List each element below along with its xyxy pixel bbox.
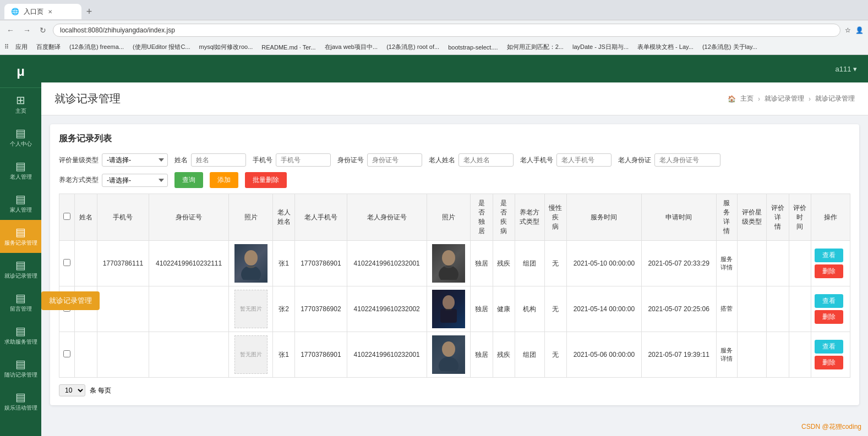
browser-tab[interactable]: 🌐 入口页 ✕: [4, 4, 81, 19]
sidebar-item-family[interactable]: ▤ 家人管理: [0, 187, 41, 220]
breadcrumb-current: 就诊记录管理: [815, 94, 855, 103]
bookmark-mysql[interactable]: mysql如何修改roo...: [197, 42, 255, 52]
filter-idcard-input[interactable]: [367, 153, 422, 167]
bookmark-baidu[interactable]: 百度翻译: [34, 42, 63, 52]
sidebar-item-activities[interactable]: ▤ 娱乐活动管理: [0, 385, 41, 418]
row2-name: [75, 286, 97, 332]
row1-phone: 17703786111: [97, 241, 149, 286]
sidebar-label-help: 求助服务管理: [4, 339, 37, 345]
address-input[interactable]: [53, 24, 840, 37]
filter-name-label: 姓名: [174, 156, 188, 165]
sidebar-item-help[interactable]: ▤ 求助服务管理: [0, 319, 41, 352]
col-checkbox: [59, 194, 75, 241]
row2-rating-detail: [767, 286, 789, 332]
tab-close-button[interactable]: ✕: [48, 9, 52, 15]
page-size-select[interactable]: 10 20 50: [59, 384, 85, 396]
row2-elder-idcard: 410224199610232002: [347, 286, 427, 332]
pagination-row: 10 20 50 条 每页: [59, 384, 850, 396]
row3-phone: [97, 332, 149, 378]
bookmark-layui[interactable]: (12条消息) 关于lay...: [700, 42, 760, 52]
row3-elder-photo: [427, 332, 471, 378]
bookmark-bootstrap[interactable]: bootstrap-select....: [446, 43, 500, 52]
sidebar-item-followup[interactable]: ▤ 随访记录管理: [0, 352, 41, 385]
query-button[interactable]: 查询: [174, 172, 203, 188]
bookmark-star-icon[interactable]: ☆: [845, 26, 851, 34]
bookmark-form[interactable]: 表单模块文档 - Lay...: [635, 42, 696, 52]
filter-elder-id-input[interactable]: [654, 153, 720, 167]
apps-icon[interactable]: ⠿: [4, 43, 9, 51]
row2-delete-button[interactable]: 删除: [815, 310, 843, 324]
svg-point-4: [443, 295, 455, 310]
breadcrumb-home[interactable]: 主页: [740, 94, 754, 103]
breadcrumb-visit[interactable]: 就诊记录管理: [765, 94, 804, 103]
add-button[interactable]: 添加: [210, 172, 238, 188]
sidebar-label-home: 主页: [15, 108, 26, 114]
filter-elder-phone: 老人手机号: [520, 153, 612, 167]
bookmark-freema[interactable]: (12条消息) freema...: [67, 42, 126, 52]
bookmark-root[interactable]: (12条消息) root of...: [384, 42, 441, 52]
sidebar: μ ⊞ 主页 ▤ 个人中心 ▤ 老人管理 ▤ 家人管理 ▤ 服务记录管理 ▤ 就…: [0, 55, 41, 436]
sidebar-item-messages[interactable]: ▤ 留言管理: [0, 286, 41, 319]
row1-view-button[interactable]: 查看: [815, 249, 843, 262]
service-records-icon: ▤: [15, 227, 26, 238]
row1-photo: [229, 241, 273, 286]
filter-care-type-label: 养老方式类型: [59, 175, 99, 185]
filter-elder-phone-input[interactable]: [556, 153, 612, 167]
new-tab-button[interactable]: +: [81, 4, 97, 19]
bookmark-readme[interactable]: README.md · Ter...: [259, 43, 318, 52]
address-bar: ← → ↻ ☆ 👤: [0, 20, 868, 40]
bookmark-ueditor[interactable]: (使用UEditor 报错C...: [130, 42, 193, 52]
bookmark-apps[interactable]: 应用: [13, 42, 30, 52]
sidebar-label-personal: 个人中心: [10, 141, 32, 147]
row3-checkbox: [59, 332, 75, 378]
svg-point-0: [244, 250, 258, 266]
row2-select[interactable]: [63, 305, 70, 312]
row3-rating-time: [789, 332, 811, 378]
sidebar-item-personal[interactable]: ▤ 个人中心: [0, 121, 41, 154]
row3-delete-button[interactable]: 删除: [815, 356, 843, 369]
filter-row-1: 评价量级类型 -请选择- 姓名 手机号 身份证号: [59, 153, 850, 167]
col-elder-photo: 照片: [427, 194, 471, 241]
row1-delete-button[interactable]: 删除: [815, 264, 843, 278]
elder-icon: ▤: [15, 161, 26, 172]
sidebar-item-service-records[interactable]: ▤ 服务记录管理: [0, 220, 41, 253]
filter-elder-name-input[interactable]: [458, 153, 514, 167]
sidebar-item-elder[interactable]: ▤ 老人管理: [0, 154, 41, 187]
filter-name-input[interactable]: [191, 153, 246, 167]
row3-view-button[interactable]: 查看: [815, 340, 843, 354]
tab-title: 入口页: [24, 7, 43, 16]
filter-rating-type-select[interactable]: -请选择-: [102, 153, 168, 167]
bookmark-java[interactable]: 在java web项目中...: [323, 42, 380, 52]
select-all-checkbox[interactable]: [63, 213, 70, 220]
reload-button[interactable]: ↻: [37, 24, 48, 37]
user-account-icon[interactable]: 👤: [855, 26, 864, 34]
row2-elder-phone: 17703786902: [295, 286, 347, 332]
row1-select[interactable]: [63, 259, 70, 266]
forward-button[interactable]: →: [21, 24, 33, 37]
filter-idcard-label: 身份证号: [337, 156, 364, 165]
sidebar-label-visit-records: 就诊记录管理: [4, 273, 37, 279]
svg-point-7: [439, 357, 458, 371]
bookmark-laydate[interactable]: layDate - JS日期与...: [570, 42, 631, 52]
sidebar-item-home[interactable]: ⊞ 主页: [0, 88, 41, 121]
header-user[interactable]: a111 ▾: [835, 65, 857, 73]
row2-view-button[interactable]: 查看: [815, 294, 843, 308]
row2-checkbox: [59, 286, 75, 332]
bookmark-regex[interactable]: 如何用正则匹配：2...: [505, 42, 566, 52]
filter-phone-input[interactable]: [276, 153, 331, 167]
row1-photo-img: [237, 247, 265, 280]
row3-sick: 残疾: [493, 332, 515, 378]
filter-care-type-select[interactable]: -请选择-: [102, 174, 168, 187]
back-button[interactable]: ←: [4, 24, 17, 37]
row2-photo: 暂无图片: [229, 286, 273, 332]
col-sick: 是否疾病: [493, 194, 515, 241]
tab-favicon: 🌐: [11, 8, 19, 15]
batch-delete-button[interactable]: 批量删除: [245, 172, 287, 188]
row3-care-type: 组团: [515, 332, 544, 378]
col-elder-phone: 老人手机号: [295, 194, 347, 241]
row3-select[interactable]: [63, 350, 70, 357]
top-header: a111 ▾: [41, 55, 868, 82]
sidebar-item-visit-records[interactable]: ▤ 就诊记录管理: [0, 253, 41, 286]
followup-icon: ▤: [15, 358, 26, 369]
row1-rating-time: [789, 241, 811, 286]
